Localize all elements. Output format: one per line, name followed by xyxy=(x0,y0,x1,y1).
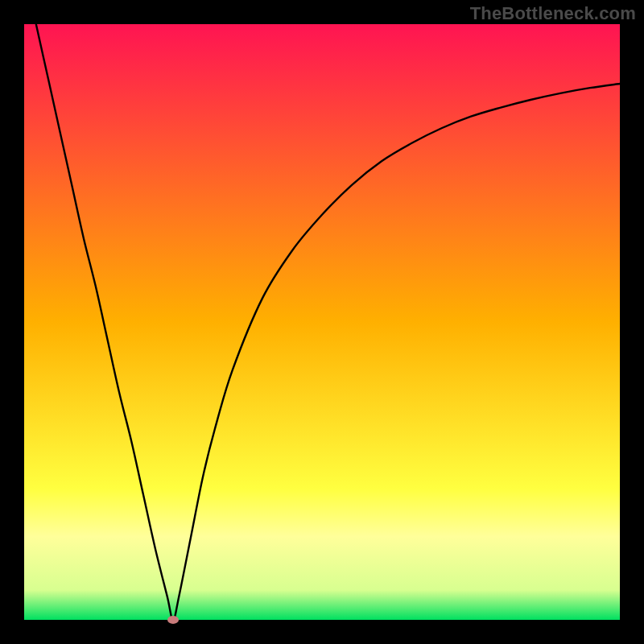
chart-stage: TheBottleneck.com xyxy=(0,0,644,644)
watermark-text: TheBottleneck.com xyxy=(470,3,636,24)
plot-background xyxy=(24,24,620,620)
bottleneck-chart xyxy=(0,0,644,644)
minimum-marker xyxy=(167,616,179,624)
